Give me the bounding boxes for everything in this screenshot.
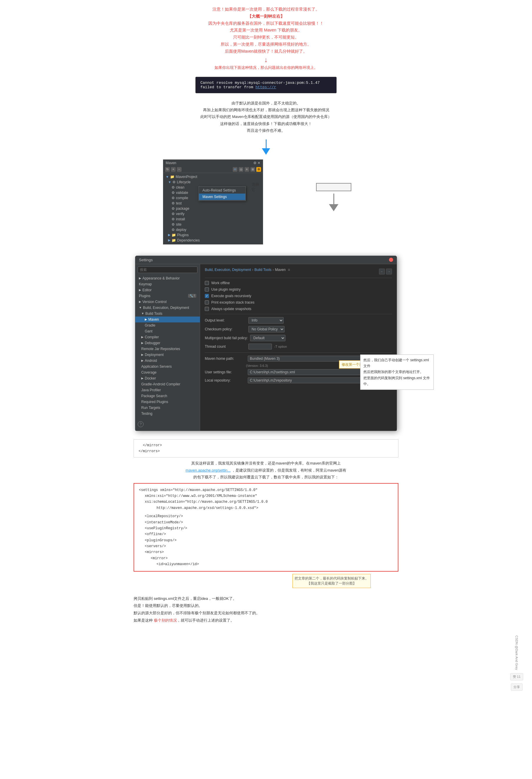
- sidebar-item-app-servers[interactable]: Application Servers: [135, 364, 200, 369]
- sidebar-item-run-targets[interactable]: Run Targets: [135, 405, 200, 411]
- sidebar-item-build-tools[interactable]: ▼ Build Tools: [135, 311, 200, 316]
- select-checksum[interactable]: No Global Policy: [248, 326, 285, 333]
- csdn-zan-btn[interactable]: 赞 11: [510, 673, 523, 680]
- checkbox-work-offline[interactable]: [205, 281, 209, 285]
- package-search-label: Package Search: [141, 394, 167, 398]
- maven-dependencies[interactable]: ▶📁Dependencies: [163, 238, 263, 243]
- option-always-update: Always update snapshots: [205, 307, 392, 311]
- settings-close-btn[interactable]: [389, 258, 393, 262]
- label-multiproject: Multiproject build fail policy:: [205, 336, 248, 340]
- field-multiproject: Multiproject build fail policy: Default: [205, 335, 392, 341]
- sidebar-item-testing[interactable]: Testing: [135, 411, 200, 417]
- settings-search-input[interactable]: [138, 266, 197, 273]
- sidebar-item-keymap[interactable]: Keymap: [135, 281, 200, 287]
- expand-icon-vcs: ▶: [139, 300, 141, 303]
- sidebar-item-deployment[interactable]: ▶ Deployment: [135, 352, 200, 358]
- field-output-level: Output level: Info: [205, 317, 392, 323]
- bottom-warning-text: 如果你出现下面这种情况，那么问题就出在你的网络环境上。: [215, 65, 318, 70]
- sidebar-item-editor[interactable]: ▶ Editor: [135, 287, 200, 293]
- sidebar-item-compiler[interactable]: ▶ Compiler: [135, 334, 200, 340]
- maven-test[interactable]: ⚙test: [163, 201, 263, 206]
- sidebar-item-java-profiler[interactable]: Java Profiler: [135, 387, 200, 393]
- select-multiproject[interactable]: Default: [250, 335, 285, 341]
- input-local-repo[interactable]: [248, 377, 363, 383]
- expand-icon-editor: ▶: [139, 288, 141, 292]
- sidebar-item-package-search[interactable]: Package Search: [135, 393, 200, 399]
- mid-annotation: 由于默认的源是在国外，是不太稳定的。 再加上如果我们的网络环境也太不好，那就会出…: [134, 100, 398, 134]
- xml-line3: xsi:schemaLocation="http://maven.apache.…: [139, 499, 393, 505]
- xml-annotation: 把文章的第二个，最长的代码块复制粘贴下来。 【我这里只是截取了一部分图】: [292, 574, 371, 588]
- sidebar-item-docker[interactable]: ▶ Docker: [135, 375, 200, 381]
- maven-sync-btn[interactable]: ↻: [165, 167, 170, 172]
- select-output-level[interactable]: Info: [248, 317, 284, 323]
- expand-icon-build-tools: ▼: [141, 312, 144, 315]
- plugins-badge: 🔧 !: [188, 294, 196, 298]
- sidebar-item-appearance[interactable]: ▶ Appearance & Behavior: [135, 275, 200, 281]
- maven-m-btn[interactable]: m: [233, 167, 237, 172]
- maven-verify[interactable]: ⚙verify: [163, 211, 263, 217]
- sidebar-item-gradle-android[interactable]: Gradle-Android Compiler: [135, 381, 200, 387]
- xml-line1: <settings xmlns="http://maven.apache.org…: [139, 487, 393, 493]
- label-execute-goals: Execute goals recursively: [211, 294, 251, 298]
- maven-install[interactable]: ⚙install: [163, 217, 263, 222]
- settings-callout-note: 然后，我们自己手动创建一个 settings.xml 文件 然后把我附加的那个文…: [360, 355, 434, 390]
- maven-add-btn[interactable]: +: [171, 167, 176, 172]
- vcs-label: Version Control: [142, 300, 167, 304]
- maven-package[interactable]: ⚙package: [163, 206, 263, 211]
- maven-deploy[interactable]: ⚙deploy: [163, 227, 263, 232]
- input-user-settings[interactable]: [248, 369, 363, 375]
- expand-icon-build: ▼: [139, 306, 142, 309]
- sidebar-item-plugins[interactable]: Plugins 🔧 !: [135, 293, 200, 299]
- label-local-repo: Local repository:: [205, 378, 246, 382]
- maven-settings-item[interactable]: Maven Settings: [199, 193, 245, 200]
- checkbox-execute-goals[interactable]: [205, 294, 209, 298]
- settings-title: Settings: [139, 258, 153, 262]
- warning-line6: 所以，第一次使用，尽量选择网络环境好的地方。: [134, 41, 398, 48]
- sidebar-item-remote-jar[interactable]: Remote Jar Repositories: [135, 346, 200, 352]
- auto-reload-item[interactable]: Auto-Reload Settings: [199, 187, 245, 193]
- docker-label: Docker: [145, 376, 156, 380]
- maven-deps-btn[interactable]: ⊞: [250, 167, 255, 172]
- breadcrumb-forward-btn[interactable]: →: [386, 268, 392, 275]
- maven-plugins[interactable]: ▶📁Plugins: [163, 232, 263, 238]
- checkbox-always-update[interactable]: [205, 307, 209, 311]
- maven-panel: Maven ⚙ ✕ ↻ + − m ◎ ≡ ⊞ ⚙ Auto-Reload Se…: [163, 160, 263, 244]
- sidebar-item-required-plugins[interactable]: Required Plugins: [135, 399, 200, 405]
- sidebar-item-debugger[interactable]: ▶ Debugger: [135, 340, 200, 346]
- sidebar-item-gradle[interactable]: Gradle: [135, 322, 200, 328]
- csdn-share-btn[interactable]: 分享: [511, 683, 523, 691]
- checkbox-print-exception[interactable]: [205, 300, 209, 304]
- settings-dialog-container: Settings ▶ Appearance & Behavior Keymap: [104, 251, 428, 435]
- breadcrumb-back-btn[interactable]: ←: [379, 268, 385, 275]
- maven-tree-root[interactable]: ▼ 📁 MavenProject: [163, 174, 263, 179]
- xml-plugin-reg: <usePluginRegistry/>: [139, 525, 393, 531]
- expand-icon-android: ▶: [141, 359, 143, 362]
- maven-site[interactable]: ⚙site: [163, 222, 263, 227]
- sidebar-item-vcs[interactable]: ▶ Version Control: [135, 299, 200, 305]
- breadcrumb-sep2: ›: [273, 268, 274, 272]
- xml-mirrors-close: </mirrors>: [138, 448, 394, 454]
- sidebar-item-build-exec[interactable]: ▼ Build, Execution, Deployment: [135, 305, 200, 311]
- label-print-exception: Print exception stack traces: [211, 300, 254, 304]
- maven-skip-btn[interactable]: ≡: [244, 167, 249, 172]
- input-thread-count[interactable]: [248, 344, 272, 350]
- option-execute-goals: Execute goals recursively: [205, 294, 392, 298]
- help-button[interactable]: ?: [138, 421, 143, 427]
- sidebar-item-android[interactable]: ▶ Android: [135, 358, 200, 364]
- required-plugins-label: Required Plugins: [141, 400, 168, 404]
- settings-body: ▶ Appearance & Behavior Keymap ▶ Editor …: [135, 264, 397, 431]
- maven-lifecycle[interactable]: ▼ ⚙ Lifecycle: [163, 179, 263, 185]
- popup-label: 选择它: [251, 182, 263, 192]
- xml-mirror-close: </mirror>: [138, 442, 394, 448]
- maven-remove-btn[interactable]: −: [177, 167, 182, 172]
- maven-lifecycle-btn[interactable]: ◎: [239, 167, 243, 172]
- sidebar-item-maven[interactable]: ▶ Maven: [135, 316, 200, 322]
- terminal-link[interactable]: https://r: [255, 85, 276, 89]
- xml-snippet-top: </mirror> </mirrors>: [134, 439, 398, 458]
- checkbox-plugin-registry[interactable]: [205, 287, 209, 292]
- sidebar-item-gant[interactable]: Gant: [135, 328, 200, 334]
- label-user-settings: User settings file:: [205, 370, 246, 374]
- sidebar-item-coverage[interactable]: Coverage: [135, 369, 200, 375]
- maven-link[interactable]: maven.apache.org/settin...: [186, 468, 231, 472]
- maven-settings-btn[interactable]: ⚙: [256, 167, 261, 172]
